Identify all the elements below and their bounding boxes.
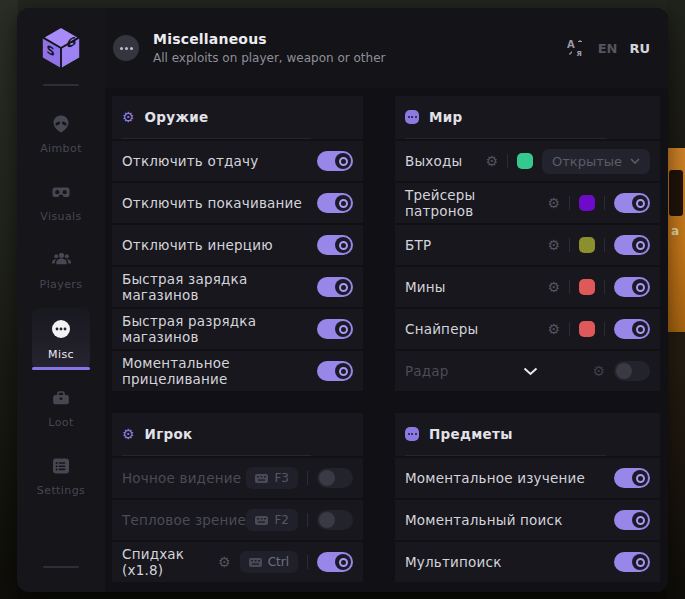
divider bbox=[569, 280, 570, 294]
toggle-switch[interactable] bbox=[317, 277, 353, 297]
color-swatch[interactable] bbox=[579, 321, 595, 337]
sidebar-item-aimbot[interactable]: Aimbot bbox=[32, 104, 90, 164]
sidebar-item-loot[interactable]: Loot bbox=[32, 378, 90, 438]
toggle-switch[interactable] bbox=[614, 510, 650, 530]
row-label: Мультипоиск bbox=[405, 554, 502, 570]
gear-icon[interactable]: ⚙ bbox=[547, 238, 560, 252]
translate-icon: A я bbox=[566, 38, 586, 58]
toggle-switch[interactable] bbox=[614, 468, 650, 488]
lang-en-button[interactable]: EN bbox=[598, 41, 618, 56]
row-label: Быстрая разрядка магазинов bbox=[122, 313, 317, 345]
alien-icon bbox=[51, 114, 71, 134]
gear-icon: ⚙ bbox=[122, 427, 135, 441]
setting-row-exits: Выходы ⚙ Открытые bbox=[395, 141, 660, 181]
game-backdrop-left bbox=[0, 0, 18, 599]
toggle-row-thermal-vision: Тепловое зрение F2 bbox=[112, 500, 363, 540]
gear-icon[interactable]: ⚙ bbox=[218, 555, 231, 569]
row-label: Тепловое зрение bbox=[122, 512, 246, 528]
color-swatch[interactable] bbox=[579, 195, 595, 211]
exits-dropdown[interactable]: Открытые bbox=[542, 149, 650, 174]
gear-icon[interactable]: ⚙ bbox=[547, 196, 560, 210]
section-title: Оружие bbox=[145, 109, 209, 125]
hotkey-badge[interactable]: F3 bbox=[246, 467, 298, 489]
toggle-switch[interactable] bbox=[614, 319, 650, 339]
hotkey-badge[interactable]: F2 bbox=[246, 509, 298, 531]
row-label: Моментальный поиск bbox=[405, 512, 563, 528]
toggle-switch[interactable] bbox=[614, 277, 650, 297]
section-items: Предметы Моментальное изучение Моменталь… bbox=[395, 413, 660, 584]
section-title: Игрок bbox=[145, 426, 193, 442]
divider bbox=[604, 196, 605, 210]
app-logo-cube: S G bbox=[38, 24, 84, 70]
divider bbox=[307, 513, 308, 527]
toggle-row-multisearch: Мультипоиск bbox=[395, 542, 660, 582]
hotkey-badge[interactable]: Ctrl bbox=[240, 551, 298, 573]
divider bbox=[569, 196, 570, 210]
sidebar-item-label: Misc bbox=[48, 348, 74, 361]
divider bbox=[569, 322, 570, 336]
section-divider bbox=[405, 138, 606, 139]
toggle-switch[interactable] bbox=[317, 552, 353, 572]
radar-expand-button[interactable] bbox=[469, 367, 593, 376]
toggle-switch[interactable] bbox=[317, 319, 353, 339]
sidebar-item-label: Loot bbox=[48, 416, 73, 429]
toggle-row-night-vision: Ночное видение F3 bbox=[112, 458, 363, 498]
toggle-row-fast-unload: Быстрая разрядка магазинов bbox=[112, 309, 363, 349]
toggle-row-tracers: Трейсеры патронов ⚙ bbox=[395, 183, 660, 223]
toggle-switch[interactable] bbox=[317, 468, 353, 488]
toggle-switch[interactable] bbox=[614, 193, 650, 213]
section-header: Мир bbox=[395, 96, 660, 139]
toggle-switch[interactable] bbox=[317, 510, 353, 530]
toggle-switch[interactable] bbox=[614, 235, 650, 255]
toggle-switch[interactable] bbox=[317, 361, 353, 381]
toggle-row-btr: БТР ⚙ bbox=[395, 225, 660, 265]
left-column: ⚙ Оружие Отключить отдачу Отключить пока… bbox=[112, 96, 363, 592]
toggle-row-instant-research: Моментальное изучение bbox=[395, 458, 660, 498]
toggle-row-radar: Радар ⚙ bbox=[395, 351, 660, 391]
toggle-row-speedhack: Спидхак (x1.8) ⚙ Ctrl bbox=[112, 542, 363, 582]
gear-icon[interactable]: ⚙ bbox=[485, 154, 498, 168]
sidebar-item-settings[interactable]: Settings bbox=[32, 446, 90, 506]
sidebar-item-label: Visuals bbox=[40, 210, 81, 223]
toggle-row-no-inertia: Отключить инерцию bbox=[112, 225, 363, 265]
toggle-switch[interactable] bbox=[317, 151, 353, 171]
page-header: Miscellaneous All exploits on player, we… bbox=[105, 8, 668, 88]
toggle-switch[interactable] bbox=[614, 361, 650, 381]
row-label: Выходы bbox=[405, 153, 462, 169]
toggle-row-fast-reload: Быстрая зарядка магазинов bbox=[112, 267, 363, 307]
sidebar-item-label: Settings bbox=[37, 484, 85, 497]
keyboard-icon bbox=[249, 558, 262, 567]
section-header: ⚙ Игрок bbox=[112, 413, 363, 456]
game-sign: a bbox=[667, 148, 685, 332]
row-label: Отключить отдачу bbox=[122, 153, 258, 169]
gear-icon[interactable]: ⚙ bbox=[547, 322, 560, 336]
divider bbox=[604, 322, 605, 336]
people-icon bbox=[51, 250, 72, 270]
sidebar-item-players[interactable]: Players bbox=[32, 240, 90, 300]
row-label: Снайперы bbox=[405, 321, 478, 337]
chevron-down-icon bbox=[523, 367, 538, 376]
color-swatch[interactable] bbox=[579, 279, 595, 295]
toggle-switch[interactable] bbox=[317, 235, 353, 255]
color-swatch[interactable] bbox=[517, 153, 533, 169]
language-switcher: A я EN RU bbox=[566, 38, 650, 58]
game-backdrop-right: a bbox=[667, 0, 685, 599]
row-label: Радар bbox=[405, 363, 449, 379]
divider bbox=[604, 280, 605, 294]
sidebar-item-misc[interactable]: Misc bbox=[32, 308, 90, 370]
toggle-switch[interactable] bbox=[614, 552, 650, 572]
vr-goggles-icon bbox=[51, 182, 71, 202]
section-player: ⚙ Игрок Ночное видение F3 bbox=[112, 413, 363, 584]
gear-icon[interactable]: ⚙ bbox=[592, 364, 605, 378]
toggle-switch[interactable] bbox=[317, 193, 353, 213]
row-label: Трейсеры патронов bbox=[405, 187, 547, 219]
content-area: ⚙ Оружие Отключить отдачу Отключить пока… bbox=[105, 88, 668, 592]
sidebar-item-visuals[interactable]: Visuals bbox=[32, 172, 90, 232]
svg-text:я: я bbox=[576, 48, 581, 58]
toggle-row-instant-search: Моментальный поиск bbox=[395, 500, 660, 540]
gear-icon[interactable]: ⚙ bbox=[547, 280, 560, 294]
sidebar-item-label: Aimbot bbox=[40, 142, 82, 155]
section-divider bbox=[122, 455, 311, 456]
color-swatch[interactable] bbox=[579, 237, 595, 253]
lang-ru-button[interactable]: RU bbox=[629, 41, 650, 56]
